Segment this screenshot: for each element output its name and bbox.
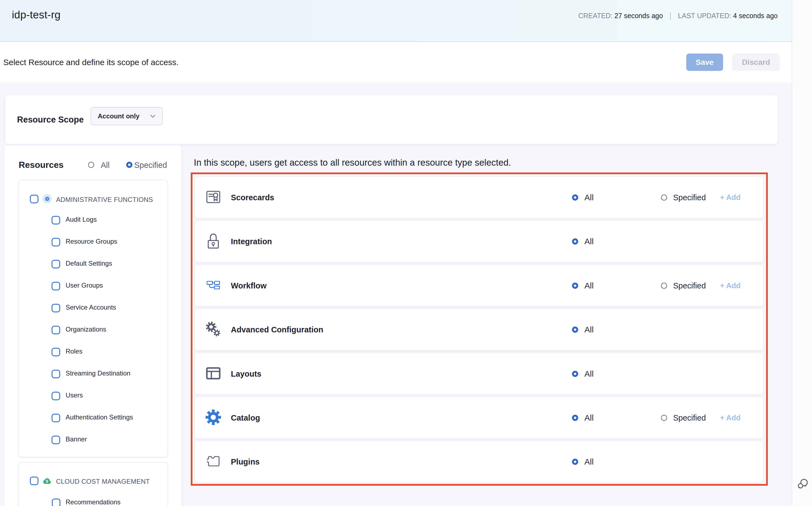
- svg-text:$: $: [46, 479, 48, 483]
